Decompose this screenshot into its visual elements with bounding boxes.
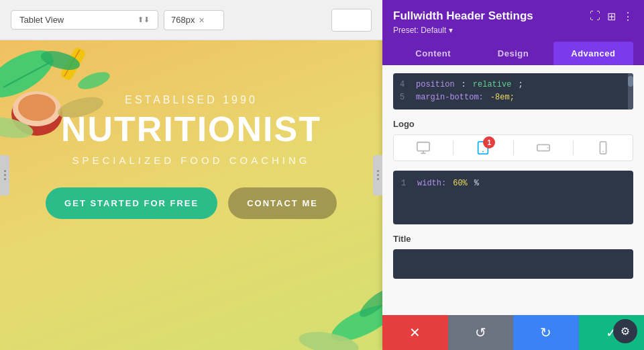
- px-input[interactable]: 768px ×: [164, 10, 224, 30]
- hero-section: Establised 1990 NUTRITIONIST Specialized…: [0, 40, 382, 350]
- left-resize-handle[interactable]: [0, 155, 9, 195]
- code-line-4: 4 position : relative ;: [400, 79, 627, 91]
- wrench-icon: ⚙: [617, 323, 633, 339]
- svg-point-20: [547, 147, 548, 148]
- title-section-label: Title: [393, 234, 633, 244]
- device-phone[interactable]: [573, 140, 633, 155]
- svg-point-18: [482, 151, 484, 152]
- view-select-arrows: ⬆⬇: [138, 15, 150, 24]
- columns-icon[interactable]: ⊞: [607, 10, 616, 23]
- handle-dots: [4, 170, 6, 180]
- handle-dots-right: [377, 170, 379, 180]
- device-tablet[interactable]: 1: [453, 140, 513, 155]
- device-icons-row: 1: [393, 134, 633, 161]
- redo-icon: ↻: [540, 324, 551, 341]
- panel-header-top: Fullwidth Header Settings ⛶ ⊞ ⋮: [393, 9, 633, 23]
- device-desktop[interactable]: [394, 140, 453, 155]
- close-icon[interactable]: ×: [199, 15, 204, 26]
- more-options-icon[interactable]: ⋮: [623, 10, 633, 23]
- panel-body: 4 position : relative ; 5 margin-bottom:…: [382, 65, 644, 315]
- tab-advanced[interactable]: Advanced: [553, 42, 633, 65]
- float-settings-button[interactable]: ⚙: [613, 319, 637, 343]
- cancel-button[interactable]: ✕: [382, 315, 448, 350]
- badge-1: 1: [483, 136, 495, 148]
- panel-header: Fullwidth Header Settings ⛶ ⊞ ⋮ Preset: …: [382, 0, 644, 65]
- phone-icon: [596, 140, 610, 155]
- panel-title: Fullwidth Header Settings: [393, 9, 533, 23]
- undo-button[interactable]: ↺: [448, 315, 514, 350]
- title-input-box[interactable]: [393, 249, 633, 279]
- panel-footer: ✕ ↺ ↻ ✓: [382, 315, 644, 350]
- right-resize-handle[interactable]: [373, 155, 382, 195]
- redo-button[interactable]: ↻: [513, 315, 579, 350]
- view-select[interactable]: Tablet View ⬆⬇: [11, 10, 158, 30]
- scrollbar: [628, 73, 633, 110]
- toolbar-right-area: [331, 9, 372, 32]
- desktop-icon: [416, 140, 431, 155]
- code-editor-top[interactable]: 4 position : relative ; 5 margin-bottom:…: [393, 73, 633, 110]
- code-line-5: 5 margin-bottom: -8em;: [400, 91, 627, 104]
- svg-rect-21: [600, 142, 606, 154]
- px-value: 768px: [171, 15, 195, 25]
- svg-point-22: [602, 151, 604, 152]
- decoration-bottom-right: [275, 256, 382, 350]
- svg-point-8: [76, 69, 112, 93]
- hero-subtitle: Specialized Food Coaching: [23, 155, 359, 166]
- tab-content[interactable]: Content: [393, 42, 473, 65]
- tab-design[interactable]: Design: [473, 42, 553, 65]
- settings-panel: Fullwidth Header Settings ⛶ ⊞ ⋮ Preset: …: [382, 0, 644, 350]
- svg-rect-14: [417, 142, 429, 151]
- logo-section-label: Logo: [393, 119, 633, 129]
- phone-landscape-icon: [536, 140, 551, 155]
- fullscreen-icon[interactable]: ⛶: [590, 10, 600, 22]
- cancel-icon: ✕: [409, 324, 421, 341]
- panel-header-icons: ⛶ ⊞ ⋮: [590, 10, 633, 23]
- view-select-label: Tablet View: [19, 15, 64, 25]
- hero-text-container: Establised 1990 NUTRITIONIST Specialized…: [23, 94, 359, 219]
- get-started-button[interactable]: Get Started For Free: [46, 187, 217, 219]
- top-toolbar: Tablet View ⬆⬇ 768px ×: [0, 0, 382, 40]
- contact-me-button[interactable]: Contact Me: [228, 187, 337, 219]
- established-text: Establised 1990: [23, 94, 359, 106]
- canvas-area: Tablet View ⬆⬇ 768px ×: [0, 0, 382, 350]
- panel-tabs: Content Design Advanced: [393, 42, 633, 65]
- hero-title: NUTRITIONIST: [23, 112, 359, 146]
- device-phone-landscape[interactable]: [513, 140, 573, 155]
- code-line-1: 1 width: 60% %: [401, 177, 625, 190]
- undo-icon: ↺: [475, 324, 486, 341]
- cta-buttons: Get Started For Free Contact Me: [23, 187, 359, 219]
- code-editor-bottom[interactable]: 1 width: 60% %: [393, 171, 633, 224]
- panel-preset[interactable]: Preset: Default ▾: [393, 26, 633, 35]
